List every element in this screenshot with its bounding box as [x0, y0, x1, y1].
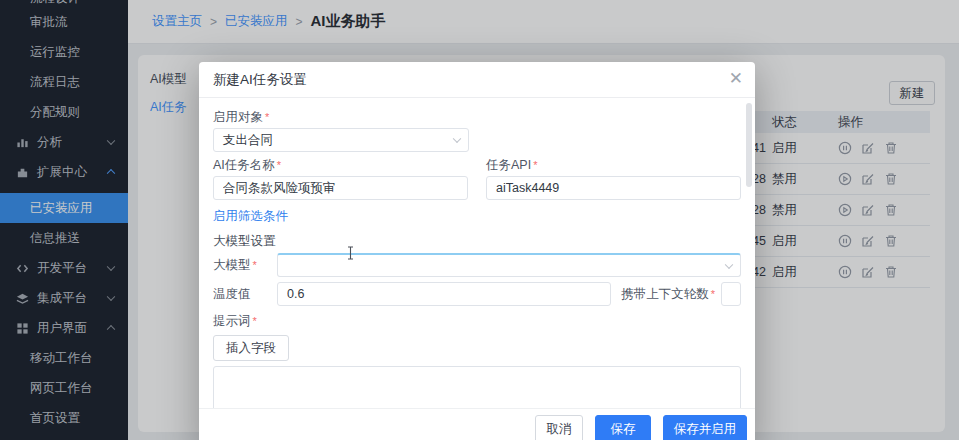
- prompt-label: 提示词*: [213, 314, 741, 328]
- task-name-label: AI任务名称*: [213, 158, 468, 172]
- modal-title: 新建AI任务设置: [213, 71, 307, 89]
- modal-body: 启用对象* 支出合同 AI任务名称* 任务API* 启用筛选条件 大模型设置: [199, 98, 755, 408]
- text-cursor-icon: [346, 246, 355, 260]
- close-icon[interactable]: ✕: [729, 70, 743, 87]
- app-root: 流程设计 审批流 运行监控 流程日志 分配规则 分析 扩展中心 已安装应用 信息…: [0, 0, 959, 440]
- task-api-label: 任务API*: [486, 158, 741, 172]
- llm-section-title: 大模型设置: [213, 234, 741, 248]
- task-name-input[interactable]: [213, 176, 468, 200]
- prompt-textarea[interactable]: [213, 366, 741, 408]
- llm-select[interactable]: [277, 253, 741, 277]
- save-button[interactable]: 保存: [595, 415, 651, 440]
- task-api-input[interactable]: [486, 176, 741, 200]
- modal-header: 新建AI任务设置 ✕: [199, 62, 755, 98]
- context-rounds-input[interactable]: [721, 282, 741, 306]
- temperature-input[interactable]: [277, 282, 611, 306]
- temperature-label: 温度值: [213, 286, 277, 303]
- scrollbar-thumb[interactable]: [746, 103, 752, 187]
- enable-filter-link[interactable]: 启用筛选条件: [213, 208, 288, 225]
- insert-field-button[interactable]: 插入字段: [213, 335, 289, 361]
- chevron-down-icon: [453, 135, 461, 143]
- cancel-button[interactable]: 取消: [535, 415, 583, 440]
- enable-target-label: 启用对象*: [213, 110, 741, 124]
- chevron-down-icon: [725, 260, 733, 268]
- modal-footer: 取消 保存 保存并启用: [199, 408, 755, 440]
- llm-label: 大模型*: [213, 257, 277, 274]
- enable-target-select[interactable]: 支出合同: [213, 128, 469, 152]
- save-and-enable-button[interactable]: 保存并启用: [663, 415, 747, 440]
- new-ai-task-modal: 新建AI任务设置 ✕ 启用对象* 支出合同 AI任务名称* 任务API*: [199, 62, 755, 440]
- context-rounds-label: 携带上下文轮数*: [621, 286, 715, 303]
